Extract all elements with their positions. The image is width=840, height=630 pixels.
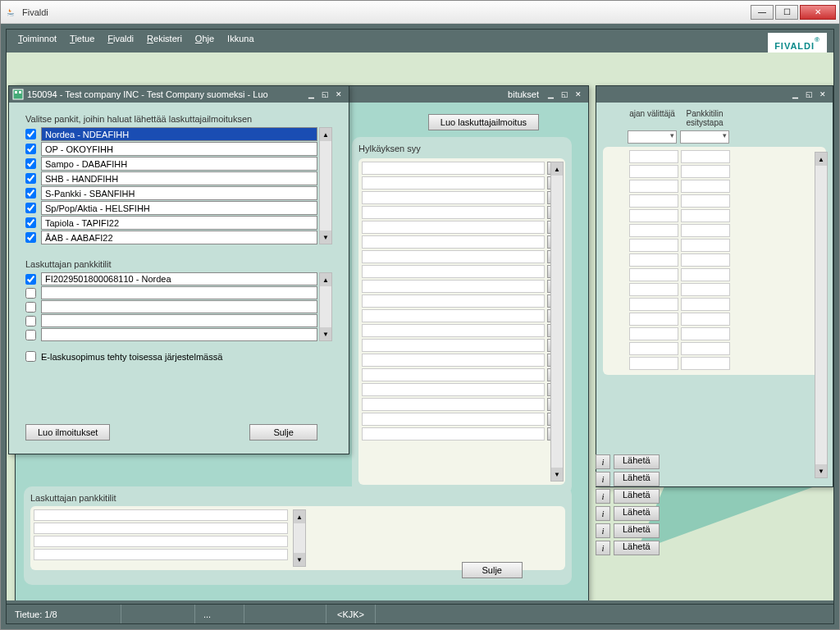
bank-field[interactable]: Nordea - NDEAFIHH bbox=[41, 127, 317, 141]
reject-cell[interactable] bbox=[362, 309, 545, 322]
reject-cell[interactable] bbox=[362, 383, 545, 396]
reject-cell[interactable] bbox=[362, 324, 545, 337]
info-button[interactable]: i bbox=[596, 472, 610, 486]
reject-cell[interactable] bbox=[362, 368, 545, 381]
account-field[interactable] bbox=[41, 286, 317, 299]
scroll-up-icon[interactable]: ▲ bbox=[320, 273, 331, 286]
bank-checkbox[interactable] bbox=[25, 232, 36, 243]
account-checkbox[interactable] bbox=[25, 330, 36, 340]
account-field[interactable] bbox=[41, 314, 317, 327]
scroll-down-icon[interactable]: ▼ bbox=[320, 327, 331, 340]
account-field[interactable]: FI2029501800068110 - Nordea bbox=[41, 272, 317, 285]
grid-cell[interactable] bbox=[629, 180, 678, 193]
reject-scrollbar[interactable]: ▲ ▼ bbox=[550, 162, 564, 482]
grid-cell[interactable] bbox=[681, 327, 730, 340]
grid-cell[interactable] bbox=[629, 165, 678, 178]
front-titlebar[interactable]: 150094 - Test company INC - Test Company… bbox=[9, 86, 349, 103]
reject-cell[interactable] bbox=[362, 162, 545, 175]
grid-cell[interactable] bbox=[681, 283, 730, 296]
window-right-panel[interactable]: ▁ ◱ ✕ ajan välittäjä Pankkitilin esityst… bbox=[596, 85, 833, 487]
front-minimize-icon[interactable]: ▁ bbox=[304, 89, 317, 100]
right-restore-icon[interactable]: ◱ bbox=[802, 89, 815, 100]
grid-cell[interactable] bbox=[629, 327, 678, 340]
bank-field[interactable]: Tapiola - TAPIFI22 bbox=[41, 216, 317, 230]
luo-ilmoitukset-button[interactable]: Luo ilmoitukset bbox=[25, 424, 110, 441]
grid-cell[interactable] bbox=[681, 224, 730, 237]
grid-cell[interactable] bbox=[681, 209, 730, 222]
mid-restore-icon[interactable]: ◱ bbox=[558, 89, 571, 100]
reject-cell[interactable] bbox=[362, 294, 545, 308]
scroll-up-icon[interactable]: ▲ bbox=[320, 128, 331, 141]
laheta-button[interactable]: Lähetä bbox=[614, 489, 660, 504]
reject-cell[interactable] bbox=[362, 427, 545, 441]
bank-field[interactable]: SHB - HANDFIHH bbox=[41, 171, 317, 185]
grid-cell[interactable] bbox=[681, 180, 730, 193]
info-button[interactable]: i bbox=[596, 506, 610, 521]
list-item[interactable] bbox=[34, 549, 288, 560]
info-button[interactable]: i bbox=[596, 489, 610, 504]
maximize-button[interactable]: ☐ bbox=[775, 5, 798, 20]
accounts-scrollbar[interactable]: ▲ ▼ bbox=[319, 272, 332, 341]
right-titlebar[interactable]: ▁ ◱ ✕ bbox=[596, 86, 833, 103]
front-restore-icon[interactable]: ◱ bbox=[318, 89, 331, 100]
reject-cell[interactable] bbox=[362, 339, 545, 352]
reject-cell[interactable] bbox=[362, 280, 545, 293]
bank-field[interactable]: Sp/Pop/Aktia - HELSFIHH bbox=[41, 201, 317, 215]
grid-cell[interactable] bbox=[629, 342, 678, 355]
laheta-button[interactable]: Lähetä bbox=[614, 506, 660, 521]
grid-cell[interactable] bbox=[629, 194, 678, 208]
window-front-dialog[interactable]: 150094 - Test company INC - Test Company… bbox=[8, 85, 349, 454]
account-checkbox[interactable] bbox=[25, 302, 36, 313]
bank-field[interactable]: Sampo - DABAFIHH bbox=[41, 157, 317, 171]
bank-checkbox[interactable] bbox=[25, 217, 36, 228]
list-item[interactable] bbox=[34, 509, 288, 521]
bank-field[interactable]: ÅAB - AABAFI22 bbox=[41, 231, 317, 244]
bank-field[interactable]: OP - OKOYFIHH bbox=[41, 142, 317, 156]
account-checkbox[interactable] bbox=[25, 274, 36, 285]
grid-cell[interactable] bbox=[629, 150, 678, 163]
menu-ohje[interactable]: Ohje bbox=[190, 32, 219, 45]
grid-cell[interactable] bbox=[629, 239, 678, 252]
reject-cell[interactable] bbox=[362, 206, 545, 219]
grid-cell[interactable] bbox=[681, 194, 730, 208]
reject-cell[interactable] bbox=[362, 354, 545, 367]
reject-cell[interactable] bbox=[362, 191, 545, 204]
bank-checkbox[interactable] bbox=[25, 144, 36, 154]
sulje-button[interactable]: Sulje bbox=[249, 424, 317, 441]
laheta-button[interactable]: Lähetä bbox=[614, 472, 660, 486]
front-close-icon[interactable]: ✕ bbox=[332, 89, 345, 100]
grid-cell[interactable] bbox=[629, 313, 678, 326]
bank-checkbox[interactable] bbox=[25, 158, 36, 169]
grid-cell[interactable] bbox=[681, 239, 730, 252]
menu-ikkuna[interactable]: Ikkuna bbox=[222, 32, 258, 45]
grid-cell[interactable] bbox=[629, 268, 678, 281]
grid-cell[interactable] bbox=[681, 253, 730, 267]
reject-cell[interactable] bbox=[362, 176, 545, 189]
account-checkbox[interactable] bbox=[25, 288, 36, 299]
account-field[interactable] bbox=[41, 300, 317, 313]
mid-close-icon[interactable]: ✕ bbox=[572, 89, 585, 100]
right-minimize-icon[interactable]: ▁ bbox=[788, 89, 801, 100]
bank-field[interactable]: S-Pankki - SBANFIHH bbox=[41, 186, 317, 200]
account-checkbox[interactable] bbox=[25, 316, 36, 326]
sulje-button[interactable]: Sulje bbox=[462, 562, 523, 578]
dropdown-valittaja[interactable] bbox=[628, 130, 677, 144]
scroll-up-icon[interactable]: ▲ bbox=[815, 153, 827, 166]
info-button[interactable]: i bbox=[596, 523, 610, 538]
bottom-scrollbar[interactable]: ▲ ▼ bbox=[293, 509, 306, 567]
laheta-button[interactable]: Lähetä bbox=[614, 454, 660, 469]
reject-cell[interactable] bbox=[362, 398, 545, 411]
menu-fivaldi[interactable]: Fivaldi bbox=[103, 32, 139, 45]
grid-cell[interactable] bbox=[629, 209, 678, 222]
scroll-down-icon[interactable]: ▼ bbox=[551, 468, 563, 481]
bank-checkbox[interactable] bbox=[25, 129, 36, 139]
bank-checkbox[interactable] bbox=[25, 188, 36, 199]
reject-cell[interactable] bbox=[362, 250, 545, 263]
titlebar[interactable]: Fivaldi — ☐ ✕ bbox=[1, 1, 839, 24]
grid-cell[interactable] bbox=[629, 357, 678, 370]
bank-checkbox[interactable] bbox=[25, 203, 36, 213]
elasku-checkbox[interactable] bbox=[25, 351, 36, 362]
scroll-up-icon[interactable]: ▲ bbox=[551, 162, 563, 176]
luo-laskuttajailmoitus-button[interactable]: Luo laskuttajailmoitus bbox=[428, 114, 539, 130]
reject-cell[interactable] bbox=[362, 235, 545, 249]
